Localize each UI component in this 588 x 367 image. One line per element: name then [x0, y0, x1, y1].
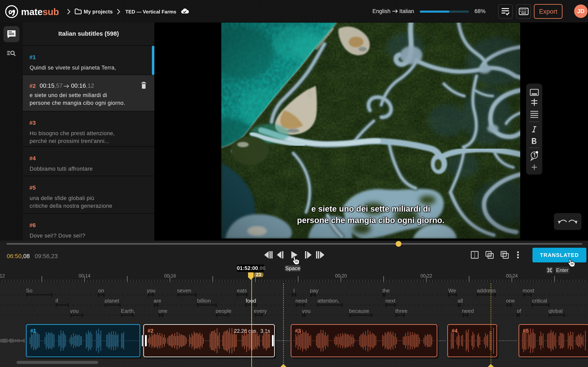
svg-text:23: 23 — [256, 272, 261, 277]
